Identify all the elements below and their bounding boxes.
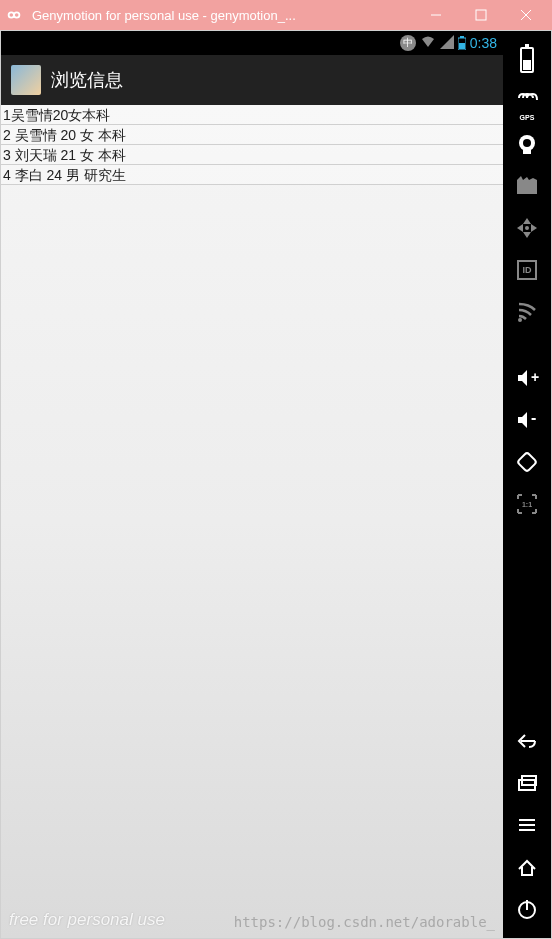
svg-point-3: [15, 13, 19, 17]
camera-button[interactable]: [503, 123, 551, 165]
remote-control-button[interactable]: [503, 207, 551, 249]
scale-label: 1:1: [522, 501, 532, 508]
android-statusbar: 中 0:38: [1, 31, 503, 55]
main-container: 中 0:38 浏览信息 1吴雪情20女本科 2 吴雪情 20 女 本科 3 刘天…: [0, 30, 552, 939]
close-button[interactable]: [503, 0, 548, 30]
list-item[interactable]: 2 吴雪情 20 女 本科: [1, 125, 503, 145]
svg-rect-14: [517, 180, 537, 194]
app-bar: 浏览信息: [1, 55, 503, 105]
android-back-button[interactable]: [503, 720, 551, 762]
network-button[interactable]: [503, 291, 551, 333]
rotate-button[interactable]: [503, 441, 551, 483]
window-titlebar: Genymotion for personal use - genymotion…: [0, 0, 552, 30]
genymotion-logo-icon: [4, 5, 24, 25]
signal-icon: [440, 35, 454, 52]
wifi-icon: [420, 35, 436, 52]
android-recent-button[interactable]: [503, 762, 551, 804]
app-icon: [11, 65, 41, 95]
maximize-button[interactable]: [458, 0, 503, 30]
gps-label: GPS: [520, 114, 535, 121]
power-button[interactable]: [503, 888, 551, 930]
list-item[interactable]: 4 李白 24 男 研究生: [1, 165, 503, 185]
svg-rect-5: [476, 10, 486, 20]
url-watermark: https://blog.csdn.net/adorable_: [234, 914, 495, 930]
volume-down-button[interactable]: -: [503, 399, 551, 441]
svg-point-2: [10, 13, 14, 17]
list-item[interactable]: 3 刘天瑞 21 女 本科: [1, 145, 503, 165]
identifier-button[interactable]: ID: [503, 249, 551, 291]
battery-icon: [458, 36, 466, 50]
window-title: Genymotion for personal use - genymotion…: [32, 8, 413, 23]
volume-up-button[interactable]: +: [503, 357, 551, 399]
app-title: 浏览信息: [51, 68, 123, 92]
svg-point-15: [525, 226, 529, 230]
phone-screen: 中 0:38 浏览信息 1吴雪情20女本科 2 吴雪情 20 女 本科 3 刘天…: [1, 31, 503, 938]
minimize-button[interactable]: [413, 0, 458, 30]
watermark-text: free for personal use: [9, 910, 165, 930]
svg-point-17: [518, 318, 522, 322]
list-content: 1吴雪情20女本科 2 吴雪情 20 女 本科 3 刘天瑞 21 女 本科 4 …: [1, 105, 503, 938]
id-label: ID: [523, 265, 532, 275]
svg-text:-: -: [531, 409, 536, 426]
gps-button[interactable]: GPS: [503, 81, 551, 123]
pixel-perfect-button[interactable]: 1:1: [503, 483, 551, 525]
svg-rect-10: [459, 43, 465, 49]
battery-widget-button[interactable]: [503, 39, 551, 81]
svg-text:+: +: [531, 369, 539, 385]
genymotion-sidebar: GPS ID + - 1:1: [503, 31, 551, 938]
ime-indicator-icon: 中: [400, 35, 416, 51]
svg-rect-13: [523, 150, 531, 154]
svg-point-12: [523, 139, 531, 147]
capture-button[interactable]: [503, 165, 551, 207]
android-menu-button[interactable]: [503, 804, 551, 846]
svg-rect-20: [517, 452, 537, 472]
clock-time: 0:38: [470, 35, 497, 51]
android-home-button[interactable]: [503, 846, 551, 888]
list-item[interactable]: 1吴雪情20女本科: [1, 105, 503, 125]
